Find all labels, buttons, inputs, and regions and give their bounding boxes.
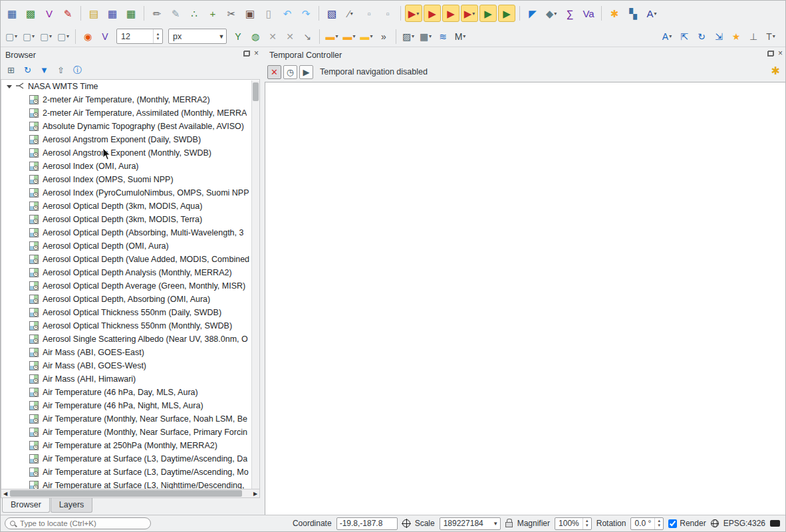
layer-visibility-icon[interactable]: ▢▾ (55, 29, 71, 45)
tree-item[interactable]: Aerosol Optical Depth (Value Added, MODI… (1, 253, 259, 266)
tree-item[interactable]: Air Mass (ABI, GOES-East) (1, 346, 259, 359)
vertical-scrollbar-thumb[interactable] (253, 82, 259, 101)
statistical-summary-icon[interactable]: ∑ (561, 5, 579, 22)
mesh-layer-icon[interactable]: M▾ (452, 29, 468, 45)
tree-item[interactable]: Air Temperature at Surface (L3, Daytime/… (1, 452, 259, 466)
lock-scale-icon[interactable] (505, 522, 513, 527)
data-source-manager-icon[interactable]: ▦ (3, 5, 21, 22)
messages-icon[interactable] (770, 520, 780, 527)
vertical-scrollbar[interactable] (251, 80, 259, 489)
tree-item[interactable]: Aerosol Optical Depth, Absorbing (OMI, A… (1, 293, 259, 306)
font-unit-combo[interactable]: px ▼ (168, 29, 227, 44)
expander-icon[interactable] (7, 85, 12, 88)
change-label-icon[interactable]: ⇲ (711, 29, 727, 45)
undock-panel-icon[interactable] (767, 51, 774, 57)
tree-item[interactable]: Aerosol Index (PyroCumuloNimbus, OMPS, S… (1, 186, 259, 200)
tree-root-nasa-wmts-time[interactable]: NASA WMTS Time (1, 80, 259, 93)
delete-feature-icon[interactable]: ▯ (260, 5, 277, 22)
zoom-out-icon[interactable]: ▫ (379, 5, 396, 22)
tree-item[interactable]: Aerosol Index (OMI, Aura) (1, 160, 259, 173)
favorites-icon[interactable]: ★ (728, 29, 744, 45)
callout-icon[interactable]: Y (230, 29, 246, 45)
rotate-label-icon[interactable]: ↻ (694, 29, 710, 45)
tree-item[interactable]: 2-meter Air Temperature, Assimilated (Mo… (1, 106, 259, 120)
tree-item[interactable]: Aerosol Angstrom Exponent (Monthly, SWDB… (1, 146, 259, 160)
move-label-icon[interactable]: ⇱ (676, 29, 692, 45)
measure-icon[interactable]: ∕▾ (342, 5, 359, 22)
reselect-features-icon[interactable]: ▶ (498, 5, 515, 22)
rotation-spin-arrows[interactable]: ▲▼ (654, 518, 663, 529)
locator-box[interactable] (5, 517, 151, 529)
scroll-left-icon[interactable]: ◀ (1, 491, 9, 497)
tree-item[interactable]: Air Mass (AHI, Himawari) (1, 372, 259, 386)
toolbar-extension-icon[interactable]: » (376, 29, 392, 45)
properties-widget-icon[interactable]: ⓘ (71, 64, 84, 76)
animated-navigation-button[interactable]: ▶ (299, 65, 313, 79)
temporal-settings-icon[interactable]: ✱ (771, 65, 780, 77)
mesh-time-icon[interactable]: ≋ (435, 29, 451, 45)
save-edits-icon[interactable]: ✎ (167, 5, 184, 22)
dock-tab-browser[interactable]: Browser (2, 498, 50, 513)
crs-label[interactable]: EPSG:4326 (723, 519, 765, 528)
tree-item[interactable]: Air Temperature (Monthly, Near Surface, … (1, 426, 259, 439)
tree-item[interactable]: Aerosol Optical Depth Analysis (Monthly,… (1, 266, 259, 279)
select-by-value-icon[interactable]: ▶ (424, 5, 441, 22)
toggle-editing-icon[interactable]: ✏ (148, 5, 166, 22)
run-feature-action-icon[interactable]: ◆▾ (543, 5, 560, 22)
map-theme-icon[interactable]: ▢▾ (3, 29, 19, 45)
select-all-icon[interactable]: ▶▾ (461, 5, 478, 22)
deselect-features-icon[interactable]: ▶ (442, 5, 459, 22)
tree-item[interactable]: 2-meter Air Temperature, (Monthly, MERRA… (1, 93, 259, 106)
locator-input[interactable] (19, 519, 146, 528)
world-layer-icon[interactable]: ◍ (247, 29, 263, 45)
tree-item[interactable]: Aerosol Optical Depth (3km, MODIS, Terra… (1, 213, 259, 226)
toggle-extents-icon[interactable] (402, 519, 410, 527)
tree-item[interactable]: Air Temperature at Surface (L3, Daytime/… (1, 466, 259, 479)
clear-format-icon[interactable]: ✕ (265, 29, 281, 45)
scale-combo[interactable]: 189227184 ▼ (440, 517, 501, 530)
layer-diagram-icon[interactable]: ▬▾ (341, 29, 357, 45)
label-toolbar-icon[interactable]: A▾ (659, 29, 675, 45)
tree-item[interactable]: Aerosol Optical Depth (OMI, Aura) (1, 239, 259, 253)
collapse-all-icon[interactable]: ⇧ (55, 64, 67, 76)
redo-icon[interactable]: ↷ (297, 5, 315, 22)
rotation-spinbox[interactable]: 0.0 ° ▲▼ (630, 517, 664, 530)
tree-item[interactable]: Air Temperature (46 hPa, Night, MLS, Aur… (1, 399, 259, 412)
processing-toolbox-icon[interactable]: ✱ (606, 5, 623, 22)
layer-labeling-icon[interactable]: ▬▾ (324, 29, 340, 45)
python-console-icon[interactable]: ▚ (624, 5, 642, 22)
tree-item[interactable]: Air Temperature (46 hPa, Day, MLS, Aura) (1, 386, 259, 399)
horizontal-scrollbar[interactable]: ◀ ▶ (1, 489, 260, 498)
tree-item[interactable]: Aerosol Angstrom Exponent (Daily, SWDB) (1, 133, 259, 146)
move-feature-icon[interactable]: ▣ (241, 5, 259, 22)
label-font-icon[interactable]: V (97, 29, 113, 45)
tree-item[interactable]: Aerosol Single Scattering Albedo (Near U… (1, 332, 259, 346)
tree-item[interactable]: Aerosol Optical Depth (3km, MODIS, Aqua) (1, 200, 259, 213)
font-size-spinbox[interactable]: 12 ▲▼ (116, 29, 163, 44)
pin-unpin-labels-icon[interactable]: ▬▾ (358, 29, 374, 45)
attribute-table-icon[interactable]: ▦ (104, 5, 121, 22)
new-geopackage-layer-icon[interactable]: V (41, 5, 58, 22)
tree-item[interactable]: Aerosol Index (OMPS, Suomi NPP) (1, 173, 259, 186)
globe-icon[interactable] (711, 519, 719, 527)
mesh-options-icon[interactable]: ▦▾ (418, 29, 434, 45)
tree-item[interactable]: Absolute Dynamic Topography (Best Availa… (1, 120, 259, 133)
render-checkbox[interactable] (668, 519, 677, 528)
add-selected-layers-icon[interactable]: ⊞ (5, 64, 17, 76)
filter-browser-icon[interactable]: ▼ (38, 64, 51, 76)
remove-item-icon[interactable]: ✕ (282, 29, 298, 45)
new-shapefile-layer-icon[interactable]: ✎ (59, 5, 76, 22)
fixed-range-navigation-button[interactable]: ◷ (283, 65, 297, 79)
snapping-toggle-icon[interactable]: ⊥ (745, 29, 761, 45)
invert-selection-icon[interactable]: ▶ (479, 5, 497, 22)
tree-item[interactable]: Air Temperature at Surface (L3, Nighttim… (1, 479, 259, 489)
temporal-navigation-off-button[interactable]: ✕ (267, 65, 281, 79)
annotation-icon[interactable]: A▾ (643, 5, 660, 22)
tree-item[interactable]: Air Temperature (Monthly, Near Surface, … (1, 412, 259, 426)
labeling-icon[interactable]: Va (580, 5, 597, 22)
layout-manager-icon[interactable]: ▤ (85, 5, 102, 22)
style-manager-icon[interactable]: ▩ (22, 5, 39, 22)
text-format-icon[interactable]: T▾ (763, 29, 779, 45)
close-panel-icon[interactable]: × (778, 50, 783, 57)
map-canvas[interactable] (265, 82, 785, 515)
